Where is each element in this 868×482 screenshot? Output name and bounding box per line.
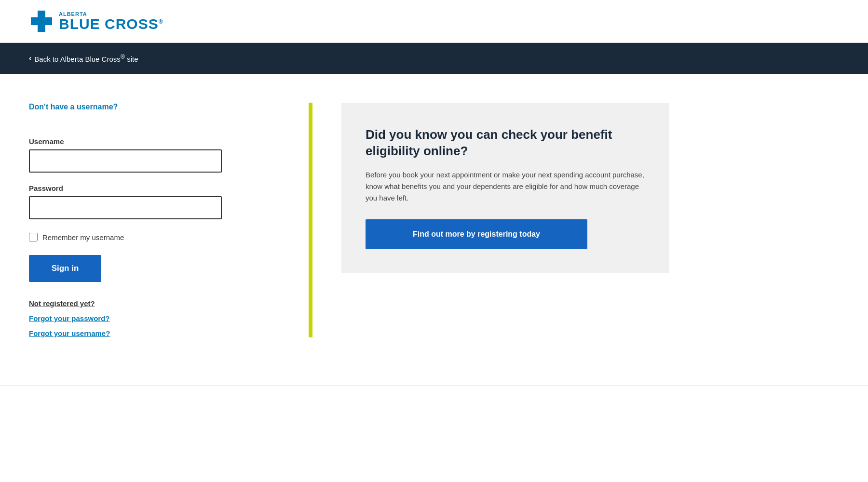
bottom-border bbox=[0, 386, 868, 386]
password-form-group: Password bbox=[29, 184, 251, 219]
remember-username-row: Remember my username bbox=[29, 233, 251, 241]
username-input[interactable] bbox=[29, 149, 222, 173]
info-box: Did you know you can check your benefit … bbox=[341, 103, 669, 273]
info-heading: Did you know you can check your benefit … bbox=[366, 127, 645, 160]
password-input[interactable] bbox=[29, 196, 222, 219]
back-link-text: Back to Alberta Blue Cross® site bbox=[34, 54, 138, 63]
back-chevron-icon: ‹ bbox=[29, 54, 31, 63]
dont-have-username-link[interactable]: Don't have a username? bbox=[29, 103, 118, 111]
sign-in-button[interactable]: Sign in bbox=[29, 255, 101, 282]
forgot-username-link[interactable]: Forgot your username? bbox=[29, 329, 251, 337]
username-label: Username bbox=[29, 137, 251, 146]
info-description: Before you book your next appointment or… bbox=[366, 169, 645, 204]
info-panel: Did you know you can check your benefit … bbox=[341, 103, 839, 337]
svg-rect-1 bbox=[31, 17, 52, 25]
remember-username-label: Remember my username bbox=[42, 233, 124, 241]
login-panel: Don't have a username? Username Password… bbox=[29, 103, 280, 337]
logo-container: ALBERTA BLUE CROSS® bbox=[29, 9, 163, 34]
logo-blue-cross-text: BLUE CROSS® bbox=[59, 17, 163, 31]
nav-bar: ‹ Back to Alberta Blue Cross® site bbox=[0, 43, 868, 74]
main-content: Don't have a username? Username Password… bbox=[0, 74, 868, 366]
username-form-group: Username bbox=[29, 137, 251, 173]
forgot-password-link[interactable]: Forgot your password? bbox=[29, 314, 251, 322]
register-today-button[interactable]: Find out more by registering today bbox=[366, 219, 587, 249]
logo-cross-icon bbox=[29, 9, 54, 34]
logo-bar: ALBERTA BLUE CROSS® bbox=[0, 0, 868, 43]
back-to-site-link[interactable]: ‹ Back to Alberta Blue Cross® site bbox=[29, 54, 138, 63]
logo-text: ALBERTA BLUE CROSS® bbox=[59, 12, 163, 31]
vertical-divider bbox=[309, 103, 312, 337]
not-registered-link[interactable]: Not registered yet? bbox=[29, 299, 251, 308]
password-label: Password bbox=[29, 184, 251, 192]
links-section: Not registered yet? Forgot your password… bbox=[29, 299, 251, 337]
remember-username-checkbox[interactable] bbox=[29, 233, 38, 241]
